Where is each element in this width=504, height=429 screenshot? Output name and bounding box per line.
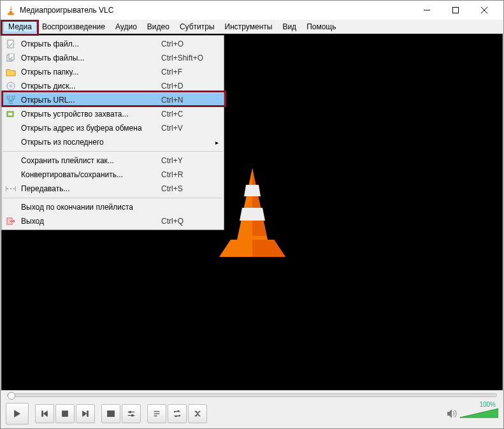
svg-rect-3 xyxy=(452,8,458,13)
menu-item-label: Открыть URL... xyxy=(21,96,161,105)
svg-point-24 xyxy=(129,411,131,413)
menubar: МедиаВоспроизведениеАудиоВидеоСубтитрыИн… xyxy=(1,20,503,34)
svg-rect-11 xyxy=(7,96,10,98)
svg-point-10 xyxy=(10,85,12,87)
window-title: Медиапроигрыватель VLC xyxy=(20,6,412,15)
volume-percent: 100% xyxy=(479,401,496,408)
menu-item-label: Открыть файлы... xyxy=(21,54,161,62)
menu-item-label: Выход xyxy=(21,217,161,226)
svg-rect-1 xyxy=(10,10,13,11)
menu-item-shortcut: Ctrl+O xyxy=(161,40,212,48)
menu-2[interactable]: Аудио xyxy=(110,21,142,33)
volume-control[interactable]: 100% xyxy=(446,407,498,421)
menu-item-label: Открыть адрес из буфера обмена xyxy=(21,124,161,133)
stop-button[interactable] xyxy=(55,404,75,423)
menu-item-shortcut: Ctrl+Y xyxy=(161,156,212,165)
menu-item-shortcut: Ctrl+C xyxy=(161,110,212,119)
close-button[interactable] xyxy=(470,1,498,20)
vlc-cone-icon xyxy=(6,5,16,15)
blank-icon xyxy=(4,123,17,133)
seek-bar[interactable] xyxy=(1,391,503,400)
prev-button[interactable] xyxy=(35,404,54,423)
menu-item-shortcut: Ctrl+N xyxy=(161,96,212,105)
media-menu-item-0[interactable]: Открыть файл...Ctrl+O xyxy=(2,37,224,51)
exit-icon xyxy=(4,216,17,226)
media-menu-item-14[interactable]: ВыходCtrl+Q xyxy=(2,214,224,228)
menu-6[interactable]: Вид xyxy=(277,21,301,33)
file-icon xyxy=(4,39,17,49)
menu-item-label: Открыть диск... xyxy=(21,82,161,91)
media-menu-dropdown: Открыть файл...Ctrl+OОткрыть файлы...Ctr… xyxy=(1,35,224,230)
svg-point-18 xyxy=(13,188,15,189)
menu-item-label: Открыть папку... xyxy=(21,68,161,76)
blank-icon xyxy=(4,202,17,212)
speaker-icon xyxy=(446,409,457,419)
media-menu-item-4[interactable]: Открыть URL...Ctrl+N xyxy=(2,93,224,107)
submenu-arrow-icon: ▸ xyxy=(212,139,219,146)
svg-rect-8 xyxy=(9,54,14,60)
menu-item-label: Выход по окончании плейлиста xyxy=(21,203,161,212)
controls: 100% xyxy=(1,400,503,428)
menu-item-shortcut: Ctrl+V xyxy=(161,124,212,133)
menu-3[interactable]: Видео xyxy=(142,21,175,33)
menu-4[interactable]: Субтитры xyxy=(175,21,220,33)
menu-item-label: Открыть файл... xyxy=(21,40,161,48)
ext-settings-button[interactable] xyxy=(122,404,141,423)
fullscreen-button[interactable] xyxy=(101,404,120,423)
maximize-button[interactable] xyxy=(441,1,470,20)
media-menu-item-11[interactable]: Передавать...Ctrl+S xyxy=(2,182,224,196)
menu-item-label: Открыть устройство захвата... xyxy=(21,110,161,119)
media-menu-item-10[interactable]: Конвертировать/сохранить...Ctrl+R xyxy=(2,168,224,182)
svg-rect-12 xyxy=(12,96,15,98)
blank-icon xyxy=(4,156,17,166)
volume-wedge[interactable] xyxy=(460,407,498,419)
shuffle-button[interactable] xyxy=(188,404,207,423)
menu-item-label: Сохранить плейлист как... xyxy=(21,156,161,165)
media-menu-item-9[interactable]: Сохранить плейлист как...Ctrl+Y xyxy=(2,154,224,168)
titlebar: Медиапроигрыватель VLC xyxy=(1,1,503,20)
media-menu-item-7[interactable]: Открыть из последнего▸ xyxy=(2,135,224,149)
menu-5[interactable]: Инструменты xyxy=(220,21,278,33)
menu-0[interactable]: Медиа xyxy=(3,21,37,33)
menu-item-shortcut: Ctrl+D xyxy=(161,82,212,91)
minimize-button[interactable] xyxy=(412,1,441,20)
svg-point-16 xyxy=(7,188,8,189)
next-button[interactable] xyxy=(76,404,95,423)
media-menu-item-3[interactable]: Открыть диск...Ctrl+D xyxy=(2,79,224,93)
bottom-bar: 100% xyxy=(1,390,503,428)
menu-item-shortcut: Ctrl+S xyxy=(161,184,212,193)
play-button[interactable] xyxy=(6,403,29,425)
svg-rect-20 xyxy=(62,411,68,417)
svg-rect-0 xyxy=(10,8,11,9)
disc-icon xyxy=(4,81,17,91)
svg-rect-15 xyxy=(8,113,12,115)
menu-item-shortcut: Ctrl+Q xyxy=(161,217,212,226)
media-menu-item-1[interactable]: Открыть файлы...Ctrl+Shift+O xyxy=(2,51,224,65)
menu-item-shortcut: Ctrl+R xyxy=(161,170,212,179)
svg-rect-6 xyxy=(8,40,13,48)
menu-item-label: Открыть из последнего xyxy=(21,138,161,147)
vlc-cone-logo xyxy=(214,164,291,260)
blank-icon xyxy=(4,170,17,180)
svg-rect-21 xyxy=(108,411,115,417)
svg-point-17 xyxy=(10,188,11,189)
media-menu-item-5[interactable]: Открыть устройство захвата...Ctrl+C xyxy=(2,107,224,121)
svg-rect-13 xyxy=(10,101,12,103)
media-menu-item-6[interactable]: Открыть адрес из буфера обменаCtrl+V xyxy=(2,121,224,135)
stream-icon xyxy=(4,184,17,194)
menu-item-label: Передавать... xyxy=(21,184,161,193)
media-menu-item-13[interactable]: Выход по окончании плейлиста xyxy=(2,200,224,214)
loop-button[interactable] xyxy=(168,404,187,423)
media-menu-item-2[interactable]: Открыть папку...Ctrl+F xyxy=(2,65,224,79)
menu-item-shortcut: Ctrl+F xyxy=(161,68,212,76)
svg-point-25 xyxy=(131,414,133,416)
menu-item-shortcut: Ctrl+Shift+O xyxy=(161,54,212,62)
files-icon xyxy=(4,53,17,63)
blank-icon xyxy=(4,137,17,147)
menu-7[interactable]: Помощь xyxy=(301,21,341,33)
menu-1[interactable]: Воспроизведение xyxy=(37,21,110,33)
network-icon xyxy=(4,95,17,105)
menu-item-label: Конвертировать/сохранить... xyxy=(21,170,161,179)
playlist-button[interactable] xyxy=(147,404,166,423)
capture-icon xyxy=(4,109,17,119)
